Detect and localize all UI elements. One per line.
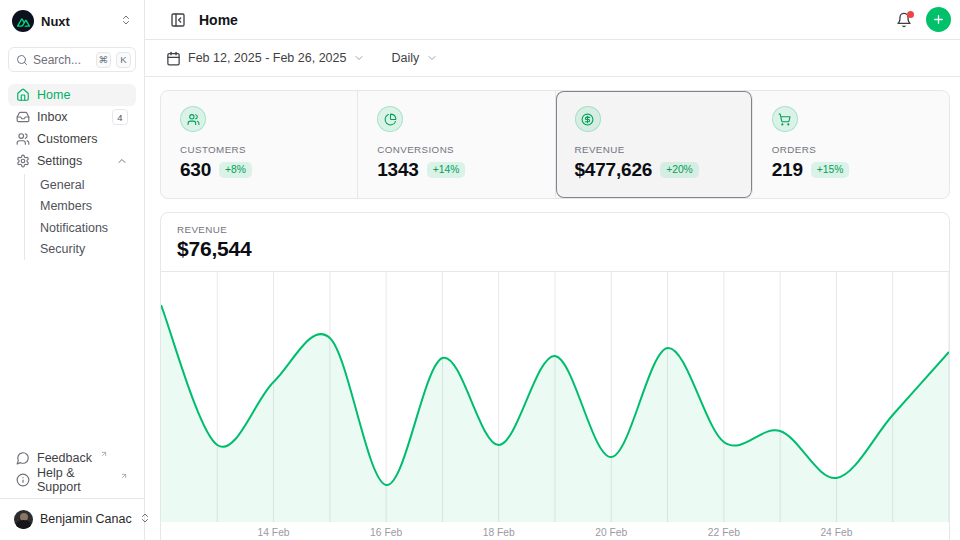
chart-svg: [161, 272, 949, 522]
users-icon: [180, 106, 206, 132]
page-title: Home: [199, 12, 238, 28]
delta-badge: +8%: [219, 162, 252, 177]
panel-left-close-icon: [170, 12, 186, 28]
x-axis-label: 24 Feb: [820, 527, 852, 538]
divider: [0, 498, 144, 499]
filter-toolbar: Feb 12, 2025 - Feb 26, 2025 Daily: [145, 40, 960, 77]
sidebar-item-security[interactable]: Security: [36, 239, 136, 261]
sidebar: Nuxt Search... ⌘ K Home: [0, 0, 145, 540]
user-name: Benjamin Canac: [40, 512, 132, 526]
team-switcher[interactable]: Nuxt: [8, 8, 136, 34]
delta-badge: +20%: [660, 162, 699, 177]
chart-total-value: $76,544: [177, 237, 933, 261]
x-axis-label: 18 Feb: [483, 527, 515, 538]
external-link-icon: [100, 447, 108, 461]
brand-name: Nuxt: [41, 14, 113, 29]
pie-chart-icon: [377, 106, 403, 132]
subnav-label: Notifications: [40, 221, 108, 235]
user-menu[interactable]: Benjamin Canac: [8, 506, 136, 532]
x-axis-label: 22 Feb: [708, 527, 740, 538]
date-range-value: Feb 12, 2025 - Feb 26, 2025: [188, 51, 346, 65]
stat-label: CUSTOMERS: [180, 144, 338, 155]
stat-label: REVENUE: [575, 144, 733, 155]
sidebar-item-home[interactable]: Home: [8, 84, 136, 106]
avatar: [14, 510, 33, 529]
stat-card-conversions[interactable]: CONVERSIONS 1343 +14%: [358, 91, 555, 198]
notifications-button[interactable]: [892, 8, 916, 32]
search-input[interactable]: Search... ⌘ K: [8, 47, 136, 72]
sidebar-item-customers[interactable]: Customers: [8, 128, 136, 150]
add-button[interactable]: [926, 7, 951, 32]
sidebar-item-general[interactable]: General: [36, 174, 136, 196]
gear-icon: [16, 154, 30, 168]
stat-value: 630: [180, 159, 211, 181]
inbox-icon: [16, 110, 30, 124]
info-circle-icon: [16, 473, 30, 487]
collapse-sidebar-button[interactable]: [166, 8, 190, 32]
sidebar-nav: Home Inbox 4 Customers Settings: [8, 84, 136, 260]
external-link-icon: [120, 469, 128, 483]
revenue-chart-card: REVENUE $76,544 14 Feb16 Feb18 Feb20 Feb…: [160, 212, 950, 540]
subnav-label: Security: [40, 242, 85, 256]
chevron-down-icon: [426, 52, 438, 64]
chart-header: REVENUE $76,544: [161, 213, 949, 272]
inbox-count-badge: 4: [112, 109, 128, 125]
x-axis-label: 20 Feb: [595, 527, 627, 538]
sidebar-item-label: Settings: [37, 154, 82, 168]
calendar-icon: [166, 51, 181, 66]
chevrons-up-down-icon: [120, 12, 132, 30]
settings-subnav: General Members Notifications Security: [24, 174, 136, 260]
sidebar-item-label: Home: [37, 88, 70, 102]
chart-label: REVENUE: [177, 224, 933, 235]
users-icon: [16, 132, 30, 146]
stat-label: ORDERS: [772, 144, 930, 155]
stat-value: 219: [772, 159, 803, 181]
sidebar-item-help-support[interactable]: Help & Support: [8, 469, 136, 491]
stat-card-orders[interactable]: ORDERS 219 +15%: [753, 91, 949, 198]
stats-panel: CUSTOMERS 630 +8% CONVERSIONS 1343 +14%: [160, 90, 950, 199]
shopping-cart-icon: [772, 106, 798, 132]
top-bar: Home: [145, 0, 960, 40]
delta-badge: +15%: [811, 162, 850, 177]
notification-dot: [907, 11, 914, 18]
stat-card-customers[interactable]: CUSTOMERS 630 +8%: [161, 91, 358, 198]
stat-card-revenue[interactable]: REVENUE $477,626 +20%: [556, 91, 753, 198]
search-icon: [16, 54, 28, 66]
kbd-k: K: [116, 52, 131, 68]
bell-icon: [896, 12, 912, 28]
date-range-picker[interactable]: Feb 12, 2025 - Feb 26, 2025: [166, 51, 365, 66]
sidebar-item-label: Help & Support: [37, 466, 112, 494]
subnav-label: General: [40, 178, 84, 192]
stat-label: CONVERSIONS: [377, 144, 535, 155]
x-axis: 14 Feb16 Feb18 Feb20 Feb22 Feb24 Feb: [161, 522, 949, 540]
sidebar-item-inbox[interactable]: Inbox 4: [8, 106, 136, 128]
x-axis-label: 14 Feb: [258, 527, 290, 538]
period-value: Daily: [391, 51, 419, 65]
chevron-down-icon: [353, 52, 365, 64]
sidebar-item-label: Feedback: [37, 451, 92, 465]
message-circle-icon: [16, 451, 30, 465]
dollar-circle-icon: [575, 106, 601, 132]
sidebar-item-label: Customers: [37, 132, 97, 146]
nuxt-logo-icon: [12, 10, 34, 32]
stat-value: 1343: [377, 159, 418, 181]
subnav-label: Members: [40, 199, 92, 213]
sidebar-item-settings[interactable]: Settings: [8, 150, 136, 172]
main-area: Home Feb 12,: [145, 0, 960, 540]
sidebar-item-members[interactable]: Members: [36, 196, 136, 218]
plus-icon: [932, 13, 945, 26]
period-select[interactable]: Daily: [391, 51, 438, 65]
sidebar-item-notifications[interactable]: Notifications: [36, 217, 136, 239]
app-window: Nuxt Search... ⌘ K Home: [0, 0, 960, 540]
x-axis-label: 16 Feb: [370, 527, 402, 538]
revenue-area-chart: [161, 272, 949, 522]
chevron-up-icon: [116, 155, 128, 167]
stat-value: $477,626: [575, 159, 653, 181]
delta-badge: +14%: [427, 162, 466, 177]
page-content: CUSTOMERS 630 +8% CONVERSIONS 1343 +14%: [145, 77, 960, 540]
kbd-meta: ⌘: [96, 52, 112, 68]
sidebar-item-label: Inbox: [37, 110, 68, 124]
home-icon: [16, 88, 30, 102]
search-placeholder: Search...: [33, 53, 91, 67]
